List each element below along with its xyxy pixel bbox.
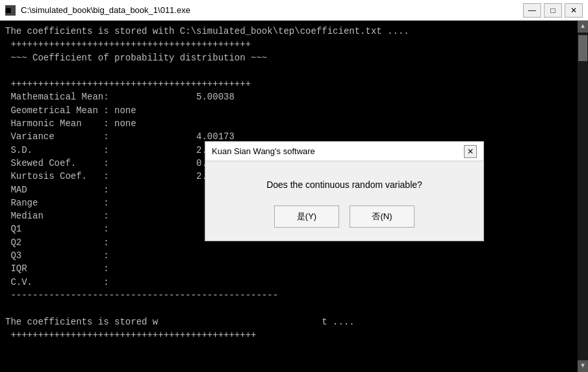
- scroll-up-arrow: ▲: [581, 22, 585, 32]
- dialog-message: Does the continuous random variable?: [218, 179, 470, 190]
- no-button[interactable]: 否(N): [350, 206, 415, 228]
- scroll-down-button[interactable]: ▼: [578, 360, 588, 372]
- dialog-title: Kuan Sian Wang's software: [212, 146, 315, 156]
- title-bar-text: C:\simulated_book\big_data_book_1\011.ex…: [21, 5, 190, 15]
- close-button[interactable]: ✕: [565, 3, 583, 18]
- title-bar: ■ C:\simulated_book\big_data_book_1\011.…: [0, 0, 588, 21]
- dialog-buttons: 是(Y) 否(N): [218, 206, 470, 228]
- minimize-button[interactable]: —: [523, 3, 541, 18]
- title-bar-left: ■ C:\simulated_book\big_data_book_1\011.…: [5, 5, 190, 16]
- dialog-close-button[interactable]: ✕: [464, 145, 477, 158]
- scrollbar-thumb[interactable]: [578, 35, 587, 61]
- dialog: Kuan Sian Wang's software ✕ Does the con…: [205, 141, 484, 241]
- dialog-titlebar: Kuan Sian Wang's software ✕: [205, 142, 483, 161]
- maximize-button[interactable]: □: [544, 3, 562, 18]
- title-bar-controls: — □ ✕: [523, 3, 583, 18]
- scrollbar-track: [578, 33, 588, 360]
- scrollbar[interactable]: ▲ ▼: [578, 21, 588, 372]
- app-icon: ■: [5, 5, 16, 16]
- scroll-up-button[interactable]: ▲: [578, 21, 588, 33]
- yes-button[interactable]: 是(Y): [274, 206, 339, 228]
- scroll-down-arrow: ▼: [581, 362, 585, 371]
- dialog-body: Does the continuous random variable? 是(Y…: [205, 161, 483, 241]
